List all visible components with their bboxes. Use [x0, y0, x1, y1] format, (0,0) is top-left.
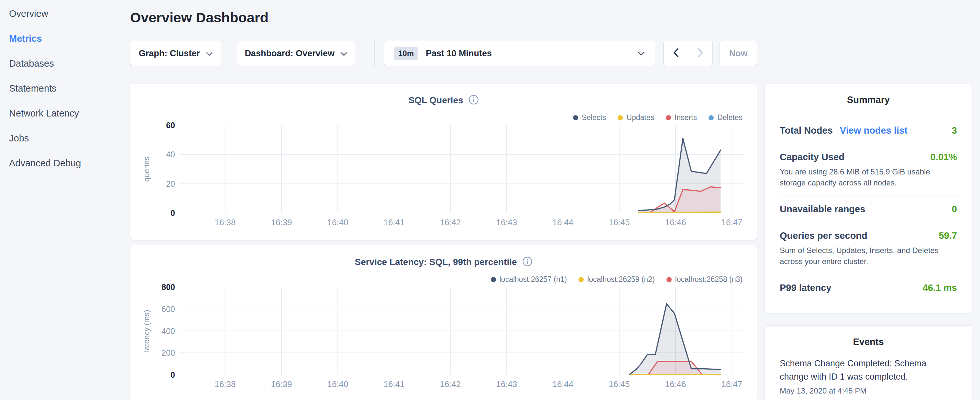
svg-text:0: 0: [170, 209, 175, 217]
time-range-select[interactable]: 10m Past 10 Minutes: [384, 41, 655, 66]
svg-text:16:46: 16:46: [665, 217, 686, 227]
events-card: Events Schema Change Completed: Schema c…: [765, 325, 972, 400]
chevron-left-icon: [673, 48, 679, 59]
time-range-next-button[interactable]: [688, 41, 713, 66]
summary-row-unavailable-ranges: Unavailable ranges 0: [780, 195, 957, 222]
summary-row-p99-latency: P99 latency 46.1 ms: [780, 274, 957, 300]
dashboard-select[interactable]: Dashboard: Overview: [237, 41, 355, 66]
service-latency-chart[interactable]: 020040060080016:3816:3916:4016:4116:4216…: [130, 282, 757, 392]
svg-text:16:47: 16:47: [721, 217, 742, 227]
dashboard-select-label: Dashboard: Overview: [245, 49, 334, 59]
summary-value: 59.7: [939, 230, 957, 241]
sidebar-item-overview[interactable]: Overview: [0, 1, 130, 26]
svg-text:16:47: 16:47: [721, 379, 742, 389]
summary-value: 0: [952, 204, 957, 215]
sidebar-item-metrics[interactable]: Metrics: [0, 26, 130, 51]
svg-text:16:39: 16:39: [271, 379, 292, 389]
summary-value: 0.01%: [931, 152, 957, 163]
summary-value: 3: [952, 125, 957, 136]
info-icon[interactable]: [468, 94, 479, 106]
info-icon[interactable]: [522, 256, 533, 268]
svg-text:16:41: 16:41: [383, 217, 404, 227]
summary-label: P99 latency: [780, 282, 832, 293]
summary-label: Unavailable ranges: [780, 204, 865, 215]
summary-row-queries-per-second: Queries per second 59.7 Sum of Selects, …: [780, 222, 957, 274]
sidebar-item-advanced-debug[interactable]: Advanced Debug: [0, 151, 130, 176]
time-range-label: Past 10 Minutes: [426, 49, 492, 59]
svg-text:16:44: 16:44: [552, 217, 573, 227]
svg-text:200: 200: [161, 348, 175, 357]
summary-card: Summary Total Nodes View nodes list 3 Ca…: [765, 83, 972, 313]
chart-title-row: SQL Queries: [130, 83, 757, 106]
summary-description: Sum of Selects, Updates, Inserts, and De…: [780, 245, 957, 267]
summary-description: You are using 28.6 MiB of 515.9 GiB usab…: [780, 166, 957, 188]
summary-title: Summary: [780, 94, 957, 105]
svg-text:16:38: 16:38: [215, 379, 235, 389]
event-message: Schema Change Completed: Schema change w…: [780, 357, 957, 383]
graph-source-select[interactable]: Graph: Cluster: [130, 41, 221, 66]
chart-title: Service Latency: SQL, 99th percentile: [355, 257, 517, 267]
summary-value: 46.1 ms: [923, 282, 957, 293]
svg-text:16:40: 16:40: [327, 379, 348, 389]
sql-queries-chart[interactable]: 020406016:3816:3916:4016:4116:4216:4316:…: [130, 120, 757, 230]
chevron-right-icon: [698, 48, 703, 59]
svg-text:16:43: 16:43: [496, 217, 517, 227]
svg-text:16:46: 16:46: [665, 379, 686, 389]
svg-text:20: 20: [166, 179, 175, 188]
sidebar-nav: Overview Metrics Databases Statements Ne…: [0, 0, 130, 400]
main-content: Overview Dashboard Graph: Cluster Dashbo…: [130, 0, 757, 400]
sidebar-item-databases[interactable]: Databases: [0, 51, 130, 76]
dashboard-controls: Graph: Cluster Dashboard: Overview 10m P…: [130, 41, 757, 66]
svg-text:16:41: 16:41: [383, 379, 404, 389]
svg-text:600: 600: [161, 304, 175, 314]
graph-source-select-label: Graph: Cluster: [139, 49, 200, 59]
chevron-down-icon: [637, 51, 645, 56]
sidebar-item-statements[interactable]: Statements: [0, 76, 130, 101]
time-range-badge: 10m: [394, 46, 418, 60]
svg-text:800: 800: [161, 282, 175, 292]
controls-divider: [374, 41, 375, 66]
svg-text:16:38: 16:38: [215, 217, 235, 227]
svg-text:16:42: 16:42: [440, 217, 461, 227]
summary-row-total-nodes: Total Nodes View nodes list 3: [780, 111, 957, 143]
chart-title-row: Service Latency: SQL, 99th percentile: [130, 245, 757, 268]
page-title: Overview Dashboard: [130, 10, 757, 25]
svg-text:0: 0: [170, 370, 175, 379]
summary-label: Capacity Used: [780, 152, 845, 163]
svg-text:queries: queries: [142, 156, 151, 182]
event-timestamp: May 13, 2020 at 4:45 PM: [780, 386, 957, 395]
metrics-dashboard-page: { "sidebar": { "items": [ {"label": "Ove…: [0, 0, 980, 400]
svg-text:latency (ms): latency (ms): [142, 310, 151, 352]
right-panel: Summary Total Nodes View nodes list 3 Ca…: [765, 83, 972, 400]
event-list-item[interactable]: Schema Change Completed: Schema change w…: [780, 357, 957, 395]
service-latency-chart-card: Service Latency: SQL, 99th percentile lo…: [130, 245, 757, 400]
time-range-prev-button[interactable]: [663, 41, 688, 66]
sidebar-item-jobs[interactable]: Jobs: [0, 126, 130, 151]
view-nodes-list-link[interactable]: View nodes list: [840, 125, 908, 136]
svg-text:60: 60: [166, 121, 175, 130]
sql-queries-chart-card: SQL Queries SelectsUpdatesInsertsDeletes…: [130, 83, 757, 240]
svg-text:16:43: 16:43: [496, 379, 517, 389]
svg-text:16:39: 16:39: [271, 217, 292, 227]
summary-label: Queries per second: [780, 230, 867, 241]
sidebar-item-network-latency[interactable]: Network Latency: [0, 101, 130, 126]
summary-label: Total Nodes: [780, 125, 833, 136]
chart-title: SQL Queries: [408, 95, 463, 105]
svg-text:16:44: 16:44: [552, 379, 573, 389]
svg-text:16:45: 16:45: [609, 217, 630, 227]
summary-row-capacity-used: Capacity Used 0.01% You are using 28.6 M…: [780, 143, 957, 195]
events-title: Events: [780, 336, 957, 347]
chevron-down-icon: [206, 49, 213, 59]
svg-text:16:40: 16:40: [327, 217, 348, 227]
now-button[interactable]: Now: [719, 41, 757, 66]
chevron-down-icon: [340, 49, 347, 59]
summary-rows: Total Nodes View nodes list 3 Capacity U…: [780, 111, 957, 300]
svg-text:16:45: 16:45: [609, 379, 630, 389]
svg-text:40: 40: [166, 150, 175, 159]
svg-text:16:42: 16:42: [440, 379, 461, 389]
svg-text:400: 400: [161, 327, 175, 336]
time-range-stepper: [663, 41, 713, 66]
